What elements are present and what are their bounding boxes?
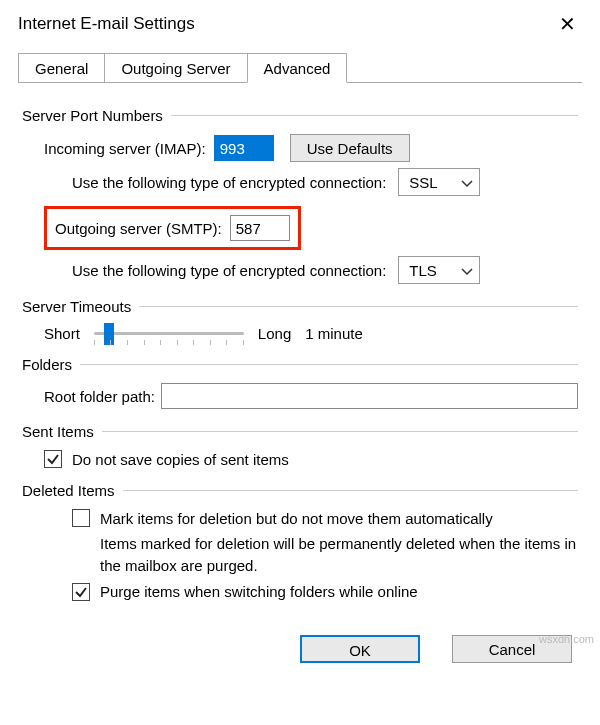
do-not-save-checkbox[interactable] <box>44 450 62 468</box>
timeout-short-label: Short <box>44 325 80 342</box>
incoming-encryption-select[interactable]: SSL <box>398 168 480 196</box>
outgoing-server-port-input[interactable] <box>230 215 290 241</box>
incoming-encryption-value: SSL <box>409 174 453 191</box>
close-icon[interactable]: ✕ <box>553 12 582 36</box>
do-not-save-label: Do not save copies of sent items <box>72 451 289 468</box>
purge-checkbox[interactable] <box>72 583 90 601</box>
outgoing-server-label: Outgoing server (SMTP): <box>55 220 222 237</box>
incoming-encryption-label: Use the following type of encrypted conn… <box>72 174 386 191</box>
outgoing-encryption-label: Use the following type of encrypted conn… <box>72 262 386 279</box>
group-server-port-numbers: Server Port Numbers <box>22 107 578 124</box>
group-sent-items: Sent Items <box>22 423 578 440</box>
chevron-down-icon <box>461 262 473 279</box>
use-defaults-button[interactable]: Use Defaults <box>290 134 410 162</box>
timeout-slider[interactable] <box>94 332 244 335</box>
timeout-long-label: Long <box>258 325 291 342</box>
tab-bar: General Outgoing Server Advanced <box>18 44 582 83</box>
ok-button[interactable]: OK <box>300 635 420 663</box>
timeout-value: 1 minute <box>305 325 363 342</box>
mark-for-deletion-checkbox[interactable] <box>72 509 90 527</box>
watermark: wsxdn.com <box>539 633 594 645</box>
mark-for-deletion-label: Mark items for deletion but do not move … <box>100 510 493 527</box>
root-folder-label: Root folder path: <box>44 388 155 405</box>
outgoing-encryption-value: TLS <box>409 262 453 279</box>
group-server-timeouts: Server Timeouts <box>22 298 578 315</box>
outgoing-highlight-box: Outgoing server (SMTP): <box>44 206 301 250</box>
tab-advanced[interactable]: Advanced <box>247 53 348 83</box>
group-folders: Folders <box>22 356 578 373</box>
window-title: Internet E-mail Settings <box>18 14 195 34</box>
chevron-down-icon <box>461 174 473 191</box>
group-deleted-items: Deleted Items <box>22 482 578 499</box>
incoming-server-port-input[interactable] <box>214 135 274 161</box>
deletion-note: Items marked for deletion will be perman… <box>22 533 578 577</box>
purge-label: Purge items when switching folders while… <box>100 583 418 600</box>
tab-general[interactable]: General <box>18 53 105 83</box>
outgoing-encryption-select[interactable]: TLS <box>398 256 480 284</box>
tab-outgoing-server[interactable]: Outgoing Server <box>104 53 247 83</box>
incoming-server-label: Incoming server (IMAP): <box>44 140 206 157</box>
root-folder-input[interactable] <box>161 383 578 409</box>
